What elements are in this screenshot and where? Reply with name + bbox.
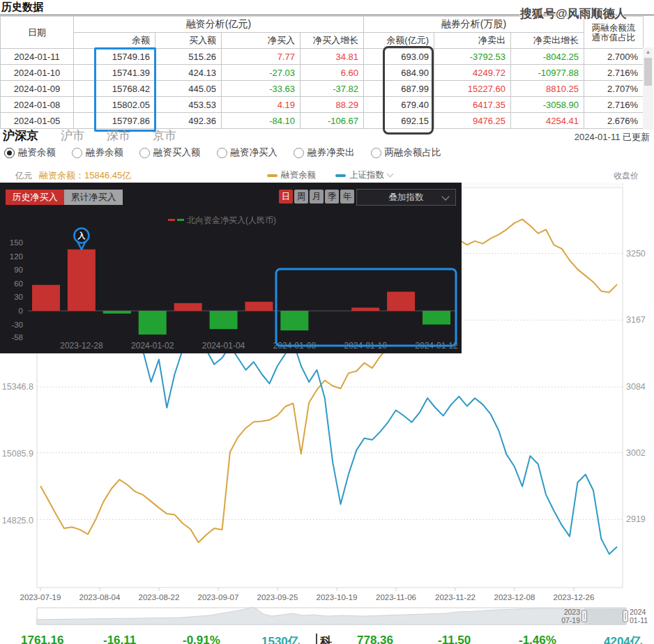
bottom-bar-item-6: -11.50 [438, 634, 471, 644]
radio-label: 融资余额 [18, 146, 56, 159]
cell-value: 7.77 [222, 49, 301, 65]
cell-value: 15749.16 [74, 49, 155, 65]
bar-11[interactable] [423, 311, 450, 325]
legend-dash-financing-balance [267, 174, 277, 177]
left-axis-tick: 14825.0 [2, 516, 33, 526]
table-row: 2024-01-0515797.86492.36-84.10-106.67692… [1, 113, 644, 129]
overlay-x-label: 2023-12-28 [60, 341, 103, 351]
range-end-label: 202401-11 [630, 608, 648, 624]
bar-2[interactable] [103, 311, 131, 314]
range-end-year: 2024 [630, 608, 648, 617]
range-end-date: 01-11 [630, 617, 648, 625]
radio-item-4[interactable]: 融券净卖出 [294, 146, 355, 159]
cell-value: 15741.39 [74, 65, 155, 81]
y-axis-unit-label: 亿元 [15, 170, 32, 182]
period-button-日[interactable]: 日 [279, 190, 293, 204]
radio-item-3[interactable]: 融资净买入 [217, 146, 278, 159]
bar-0[interactable] [32, 285, 60, 311]
overlay-index-dropdown[interactable]: 叠加指数 [356, 189, 456, 206]
cell-value: -37.82 [301, 81, 364, 97]
legend-financing-balance[interactable]: 融资余额 [281, 169, 316, 181]
navigator-handle-right[interactable] [623, 611, 628, 622]
market-tab-3[interactable]: 京市 [153, 128, 176, 144]
chevron-down-icon [441, 192, 449, 200]
current-value-label: 融资余额：15846.45亿 [39, 169, 131, 182]
market-tab-2[interactable]: 深市 [107, 128, 130, 144]
cell-value: -10977.88 [511, 65, 584, 81]
bar-7[interactable] [280, 311, 308, 330]
col-header-0: 余额 [74, 33, 155, 49]
cell-value: -106.67 [301, 113, 364, 129]
cell-date: 2024-01-05 [1, 113, 74, 129]
history-table: 日期融资分析(亿元)融券分析(万股)两融余额流通市值占比余额买入额净买入净买入增… [0, 16, 644, 129]
radio-item-0[interactable]: 融资余额 [4, 146, 56, 159]
bottom-bar-item-2: -0.91% [183, 634, 220, 644]
bar-5[interactable] [210, 311, 238, 329]
overlay-x-label: 2024-01-02 [131, 341, 174, 351]
scroll-up-icon[interactable]: ▲ [643, 47, 653, 56]
overlay-y-tick: 90 [14, 266, 23, 274]
navigator-handle-left[interactable] [582, 611, 587, 622]
bar-4[interactable] [174, 303, 202, 311]
x-axis-label: 2023-07-19 [20, 593, 61, 601]
cell-value: 424.13 [155, 65, 222, 81]
x-axis-label: 2023-08-04 [79, 593, 121, 601]
bar-6[interactable] [245, 302, 273, 311]
table-row: 2024-01-1015741.39424.13-27.036.60684.90… [1, 65, 644, 81]
x-axis-label: 2023-10-19 [317, 593, 358, 601]
cell-value: 8810.25 [511, 81, 584, 97]
col-header-4: 余额(亿元) [364, 33, 434, 49]
right-axis-tick: 3167 [626, 315, 646, 325]
cell-value: 2.716% [584, 97, 644, 113]
range-start-date: 07-19 [538, 617, 580, 625]
right-axis-tick: 3250 [626, 249, 646, 259]
cell-value: 15802.05 [74, 97, 155, 113]
legend-sse-index[interactable]: 上证指数 [349, 169, 384, 181]
cell-value: -84.10 [222, 113, 301, 129]
period-button-年[interactable]: 年 [340, 190, 354, 204]
northbound-funds-overlay: 1501209060300-30-582023-12-282024-01-022… [0, 183, 462, 353]
cell-value: 679.40 [364, 97, 434, 113]
bar-3[interactable] [139, 311, 167, 335]
market-tab-1[interactable]: 沪市 [61, 128, 84, 144]
page-title: 历史数据 [1, 1, 43, 14]
scrollbar-thumb[interactable] [644, 58, 652, 86]
cell-value: 4249.72 [434, 65, 511, 81]
col-header-2: 净买入 [222, 33, 301, 49]
bar-10[interactable] [387, 292, 415, 311]
overlay-tab-0[interactable]: 历史净买入 [6, 190, 64, 205]
chart-top-strip [461, 183, 623, 188]
cell-date: 2024-01-11 [1, 49, 74, 65]
period-button-月[interactable]: 月 [310, 190, 324, 204]
cell-value: 4254.41 [511, 113, 584, 129]
period-button-季[interactable]: 季 [325, 190, 339, 204]
overlay-tab-1[interactable]: 累计净买入 [64, 190, 123, 205]
market-tab-0[interactable]: 沪深京 [3, 128, 38, 144]
radio-circle-icon [139, 148, 150, 158]
period-button-周[interactable]: 周 [294, 190, 308, 204]
bottom-bar-item-0: 1761.16 [21, 634, 63, 644]
table-scrollbar[interactable]: ▲ [643, 47, 653, 130]
legend-dash-red [168, 219, 175, 221]
cell-value: 4.19 [222, 97, 301, 113]
bar-1[interactable] [68, 250, 96, 311]
radio-item-2[interactable]: 融资买入额 [139, 146, 201, 159]
navigator-selected-range[interactable] [584, 608, 625, 624]
chevron-down-icon[interactable] [388, 171, 393, 177]
radio-item-5[interactable]: 两融余额占比 [371, 146, 441, 159]
cell-value: 492.36 [155, 113, 222, 129]
overlay-y-tick: 60 [14, 279, 23, 288]
radio-circle-icon [4, 148, 15, 158]
radio-label: 融券余额 [86, 146, 123, 159]
left-axis-tick: 15085.9 [2, 449, 33, 459]
radio-item-1[interactable]: 融券余额 [72, 146, 123, 159]
cell-value: 15768.42 [74, 81, 155, 97]
bar-9[interactable] [351, 307, 379, 311]
overlay-y-tick: -30 [11, 321, 23, 329]
radio-circle-icon [72, 148, 82, 158]
cell-value: 684.90 [364, 65, 434, 81]
table-row: 2024-01-0915768.42445.05-33.63-37.82687.… [1, 81, 644, 97]
metric-radio-group: 融资余额融券余额融资买入额融资净买入融券净卖出两融余额占比 [4, 146, 441, 159]
cell-value: 693.09 [364, 49, 434, 65]
overlay-dropdown-label: 叠加指数 [389, 192, 424, 202]
